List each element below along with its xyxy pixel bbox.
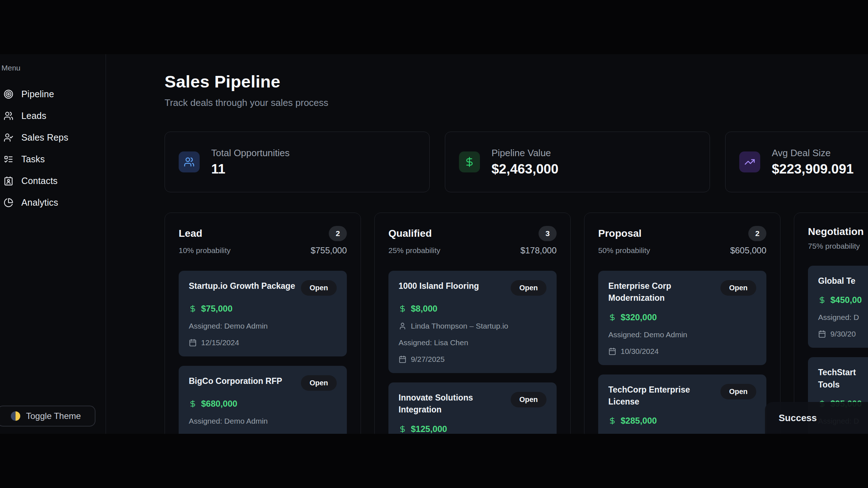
users-icon: [4, 111, 13, 121]
dollar-icon: [608, 417, 616, 425]
page-subtitle: Track deals through your sales process: [165, 97, 328, 108]
deal-value: $125,000: [411, 424, 447, 434]
app-window: Menu Pipeline Leads Sales Reps Tasks Con…: [0, 54, 868, 434]
deal-title: Innovate Solutions Integration: [399, 392, 506, 416]
stat-label: Pipeline Value: [492, 147, 558, 159]
status-badge: Open: [511, 392, 546, 407]
status-badge: Open: [511, 280, 546, 296]
stat-card-avg-deal-size: Avg Deal Size $223,909.091: [725, 132, 868, 192]
deal-title: Enterprise Corp Modernization: [608, 280, 715, 304]
deal-assigned: Assigned: Demo Admin: [189, 322, 268, 330]
contact-card-icon: [4, 176, 13, 186]
deal-value: $8,000: [411, 304, 437, 314]
column-title: Qualified: [388, 228, 432, 239]
page-title: Sales Pipeline: [165, 72, 328, 91]
column-proposal: Proposal 2 50% probability $605,000 Ente…: [584, 213, 780, 434]
sidebar-item-label: Leads: [21, 111, 46, 121]
sidebar-item-pipeline[interactable]: Pipeline: [1, 83, 106, 105]
calendar-icon: [189, 339, 197, 347]
stat-value: $223,909.091: [772, 162, 854, 177]
dollar-icon: [459, 151, 480, 172]
sidebar-item-leads[interactable]: Leads: [1, 105, 106, 127]
column-qualified: Qualified 3 25% probability $178,000 100…: [374, 213, 571, 434]
calendar-icon: [818, 330, 826, 338]
deal-card[interactable]: Global Te $450,00 Assigned: D: [808, 266, 868, 348]
sidebar-nav: Pipeline Leads Sales Reps Tasks Contacts…: [1, 83, 106, 213]
deal-date: 9/30/20: [830, 330, 856, 338]
column-title: Proposal: [598, 228, 642, 239]
deal-card[interactable]: 1000 Island Flooring Open $8,000 Linda T…: [388, 271, 557, 373]
column-probability: 10% probability: [179, 246, 231, 255]
moon-icon: [11, 411, 20, 421]
menu-section-label: Menu: [1, 64, 106, 72]
pipeline-board: Lead 2 10% probability $755,000 Startup.…: [165, 213, 868, 434]
deal-assigned: Assigned: Lisa Chen: [399, 338, 468, 347]
column-total: $755,000: [311, 245, 347, 256]
dollar-icon: [189, 305, 197, 313]
sidebar-item-label: Contacts: [21, 176, 58, 186]
deal-value: $320,000: [621, 312, 657, 322]
deal-title: Startup.io Growth Package: [189, 280, 295, 292]
pie-chart-icon: [4, 198, 13, 207]
toggle-theme-button[interactable]: Toggle Theme: [0, 406, 95, 427]
sidebar-item-tasks[interactable]: Tasks: [1, 148, 106, 170]
deal-date: 12/15/2024: [201, 338, 239, 347]
sidebar-item-label: Pipeline: [21, 89, 54, 99]
column-probability: 75% probability: [808, 242, 860, 251]
sidebar-item-label: Tasks: [21, 154, 45, 164]
deal-value: $680,000: [201, 399, 237, 409]
user-check-icon: [4, 133, 13, 142]
sidebar-item-label: Analytics: [21, 197, 58, 208]
column-count-badge: 2: [329, 226, 347, 241]
deal-title: 1000 Island Flooring: [399, 280, 479, 292]
main-content: Sales Pipeline Track deals through your …: [106, 54, 868, 434]
deal-card[interactable]: Startup.io Growth Package Open $75,000 A…: [179, 271, 347, 356]
deal-card[interactable]: Enterprise Corp Modernization Open $320,…: [598, 271, 766, 365]
deal-card[interactable]: BigCo Corporation RFP Open $680,000 Assi…: [179, 366, 347, 434]
success-toast[interactable]: Success: [765, 402, 868, 434]
deal-card[interactable]: TechCorp Enterprise License Open $285,00…: [598, 374, 766, 434]
deal-date: 10/30/2024: [621, 347, 659, 356]
deal-assigned: Assigned: D: [818, 313, 859, 322]
stats-row: Total Opportunities 11 Pipeline Value $2…: [165, 132, 868, 192]
dollar-icon: [818, 296, 826, 304]
deal-title: BigCo Corporation RFP: [189, 375, 282, 387]
deal-title: Global Te: [818, 275, 855, 287]
column-count-badge: 2: [748, 226, 766, 241]
status-badge: Open: [720, 384, 756, 399]
deal-value: $450,00: [830, 295, 862, 305]
column-total: $605,000: [730, 245, 766, 256]
column-count-badge: 3: [539, 226, 557, 241]
dollar-icon: [399, 305, 407, 313]
dollar-icon: [399, 425, 407, 433]
stat-value: 11: [211, 162, 290, 177]
status-badge: Open: [301, 375, 337, 391]
deal-card[interactable]: Innovate Solutions Integration Open $125…: [388, 382, 557, 434]
sidebar-item-analytics[interactable]: Analytics: [1, 192, 106, 213]
deal-title: TechStart Tools: [818, 367, 856, 391]
column-total: $178,000: [520, 245, 557, 256]
column-probability: 25% probability: [388, 246, 441, 255]
sidebar-item-sales-reps[interactable]: Sales Reps: [1, 127, 106, 148]
stat-value: $2,463,000: [492, 162, 558, 177]
toast-title: Success: [779, 412, 817, 424]
sidebar: Menu Pipeline Leads Sales Reps Tasks Con…: [0, 54, 106, 434]
column-title: Lead: [179, 228, 202, 239]
deal-assigned: Assigned: Demo Admin: [189, 417, 268, 425]
deal-value: $285,000: [621, 416, 657, 426]
stat-label: Total Opportunities: [211, 147, 290, 159]
calendar-icon: [399, 355, 407, 363]
dollar-icon: [608, 313, 616, 321]
stat-label: Avg Deal Size: [772, 147, 854, 159]
status-badge: Open: [720, 280, 756, 296]
trending-up-icon: [739, 151, 760, 172]
deal-date: 9/27/2025: [411, 355, 444, 364]
users-icon: [179, 151, 200, 172]
column-title: Negotiation: [808, 226, 864, 237]
sidebar-item-contacts[interactable]: Contacts: [1, 170, 106, 192]
deal-contact: Linda Thompson – Startup.io: [411, 322, 508, 330]
dollar-icon: [189, 400, 197, 408]
stat-card-pipeline-value: Pipeline Value $2,463,000: [445, 132, 710, 192]
target-icon: [4, 89, 13, 99]
list-todo-icon: [4, 154, 13, 164]
